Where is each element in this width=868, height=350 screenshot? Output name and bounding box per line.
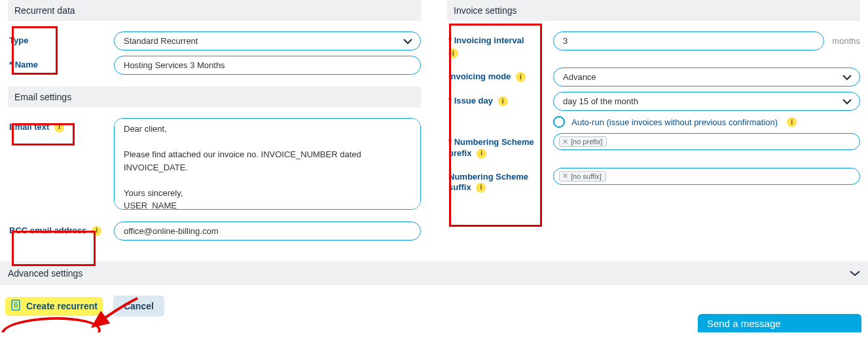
autorun-radio[interactable]: [553, 116, 565, 128]
suffix-input[interactable]: ✕ [no suffix]: [553, 168, 860, 185]
issue-day-label: Issue day i: [447, 92, 553, 110]
recurrent-data-header: Recurrent data: [8, 0, 421, 21]
chevron-down-icon: [842, 74, 852, 81]
prefix-label: Numbering Scheme prefix i: [447, 133, 553, 163]
bcc-label: BCC email address i: [8, 222, 114, 240]
document-icon: [10, 300, 22, 313]
invoice-settings-header: Invoice settings: [447, 0, 860, 21]
create-recurrent-button[interactable]: Create recurrent: [5, 297, 103, 316]
interval-input[interactable]: 3: [553, 31, 824, 50]
chat-widget[interactable]: Send a message: [698, 314, 861, 332]
type-label: Type: [8, 31, 114, 50]
name-input[interactable]: Hosting Services 3 Months: [114, 56, 421, 75]
cancel-button[interactable]: Cancel: [113, 296, 164, 317]
email-text-label: Email text i: [8, 118, 114, 136]
advanced-settings-toggle[interactable]: Advanced settings: [0, 262, 868, 285]
email-text-textarea[interactable]: [114, 118, 421, 210]
info-icon[interactable]: i: [498, 96, 508, 106]
info-icon[interactable]: i: [448, 49, 458, 58]
interval-suffix: months: [828, 36, 860, 46]
interval-value: 3: [563, 36, 568, 46]
name-value: Hosting Services 3 Months: [124, 60, 225, 70]
info-icon[interactable]: i: [92, 226, 101, 236]
chat-label: Send a message: [707, 318, 781, 329]
interval-label: Invoicing interval i: [447, 31, 553, 62]
name-label: Name: [8, 56, 114, 74]
info-icon[interactable]: i: [477, 149, 486, 159]
advanced-settings-label: Advanced settings: [8, 268, 82, 279]
info-icon[interactable]: i: [516, 72, 526, 82]
autorun-label: Auto-run (issue invoices without previou…: [571, 117, 778, 127]
suffix-tag[interactable]: ✕ [no suffix]: [559, 171, 606, 182]
type-select[interactable]: Standard Recurrent: [114, 31, 421, 50]
prefix-input[interactable]: ✕ [no prefix]: [553, 133, 860, 150]
info-icon[interactable]: i: [54, 123, 64, 132]
mode-select[interactable]: Advance: [553, 68, 860, 87]
bcc-value: office@online-billing.com: [124, 226, 218, 236]
mode-value: Advance: [563, 72, 596, 82]
chevron-down-icon: [850, 268, 860, 279]
left-column: Recurrent data Type Standard Recurrent N…: [8, 0, 421, 243]
info-icon[interactable]: i: [787, 117, 797, 127]
prefix-tag[interactable]: ✕ [no prefix]: [559, 136, 607, 147]
chevron-down-icon: [842, 98, 852, 105]
bcc-input[interactable]: office@online-billing.com: [114, 222, 421, 241]
email-settings-header: Email settings: [8, 87, 421, 107]
info-icon[interactable]: i: [476, 183, 486, 193]
issue-day-value: day 15 of the month: [563, 96, 638, 106]
suffix-label: Numbering Scheme suffix i: [447, 168, 553, 197]
right-column: Invoice settings Invoicing interval i 3 …: [447, 0, 860, 199]
issue-day-select[interactable]: day 15 of the month: [553, 92, 860, 111]
remove-tag-icon[interactable]: ✕: [562, 138, 568, 146]
remove-tag-icon[interactable]: ✕: [562, 172, 568, 180]
create-recurrent-label: Create recurrent: [26, 301, 98, 311]
mode-label: Invoicing mode i: [447, 68, 553, 86]
type-value: Standard Recurrent: [124, 36, 198, 46]
chevron-down-icon: [403, 38, 412, 45]
